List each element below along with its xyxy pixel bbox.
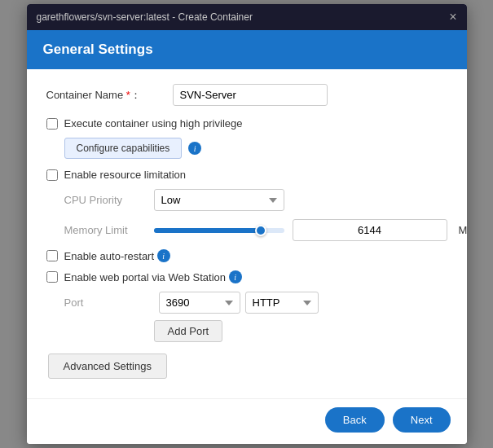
port-select[interactable]: 3690 <box>159 292 240 314</box>
memory-slider-fill <box>154 228 261 233</box>
auto-restart-row: Enable auto-restart i <box>46 249 447 262</box>
memory-slider-thumb[interactable] <box>255 225 266 236</box>
resource-limitation-label: Enable resource limitation <box>64 169 187 181</box>
resource-limitation-row: Enable resource limitation <box>46 169 447 181</box>
high-privilege-row: Execute container using high privilege <box>46 117 447 130</box>
modal-footer: Back Next <box>27 398 467 444</box>
advanced-section: Advanced Settings <box>46 354 447 379</box>
resource-limitation-checkbox[interactable] <box>46 169 58 181</box>
add-port-button[interactable]: Add Port <box>154 320 223 342</box>
port-row: Port 3690 HTTP HTTPS <box>64 292 447 314</box>
memory-limit-input[interactable] <box>293 219 447 241</box>
titlebar-text: garethflowers/svn-server:latest - Create… <box>37 11 253 23</box>
auto-restart-info-icon[interactable]: i <box>157 249 170 262</box>
web-portal-info-icon[interactable]: i <box>229 270 242 283</box>
web-portal-row: Enable web portal via Web Station i <box>46 270 447 283</box>
cpu-priority-label: CPU Priority <box>64 194 154 206</box>
auto-restart-label: Enable auto-restart <box>64 250 155 262</box>
auto-restart-checkbox[interactable] <box>46 250 58 261</box>
modal-header: General Settings <box>27 30 467 69</box>
container-name-input[interactable] <box>173 84 328 106</box>
page-title: General Settings <box>43 42 451 58</box>
memory-slider-wrapper: MB <box>154 219 467 241</box>
memory-limit-label: Memory Limit <box>64 224 154 236</box>
container-name-row: Container Name *： <box>46 84 447 106</box>
cpu-priority-select[interactable]: Low Medium High <box>154 189 284 211</box>
web-portal-label: Enable web portal via Web Station <box>64 271 227 283</box>
capabilities-info-icon[interactable]: i <box>188 142 201 155</box>
resource-section: Enable resource limitation CPU Priority … <box>46 169 447 241</box>
titlebar: garethflowers/svn-server:latest - Create… <box>27 4 467 30</box>
memory-unit-label: MB <box>459 224 467 236</box>
close-button[interactable]: × <box>449 11 456 24</box>
port-label: Port <box>64 296 154 309</box>
high-privilege-checkbox[interactable] <box>46 118 58 130</box>
configure-capabilities-button[interactable]: Configure capabilities <box>64 138 183 159</box>
protocol-select[interactable]: HTTP HTTPS <box>245 292 319 314</box>
memory-limit-row: Memory Limit MB <box>64 219 447 241</box>
advanced-settings-button[interactable]: Advanced Settings <box>48 354 167 379</box>
add-port-row: Add Port <box>154 320 447 342</box>
memory-slider-track[interactable] <box>154 228 284 233</box>
modal-body: Container Name *： Execute container usin… <box>27 69 467 398</box>
required-marker: * <box>126 89 130 101</box>
next-button[interactable]: Next <box>393 407 451 433</box>
cpu-priority-row: CPU Priority Low Medium High <box>64 189 447 211</box>
create-container-modal: garethflowers/svn-server:latest - Create… <box>27 4 467 444</box>
web-portal-checkbox[interactable] <box>46 271 58 283</box>
container-name-label: Container Name *： <box>46 88 173 103</box>
back-button[interactable]: Back <box>325 407 385 433</box>
capabilities-row: Configure capabilities i <box>64 138 447 159</box>
high-privilege-label: Execute container using high privilege <box>64 117 243 130</box>
